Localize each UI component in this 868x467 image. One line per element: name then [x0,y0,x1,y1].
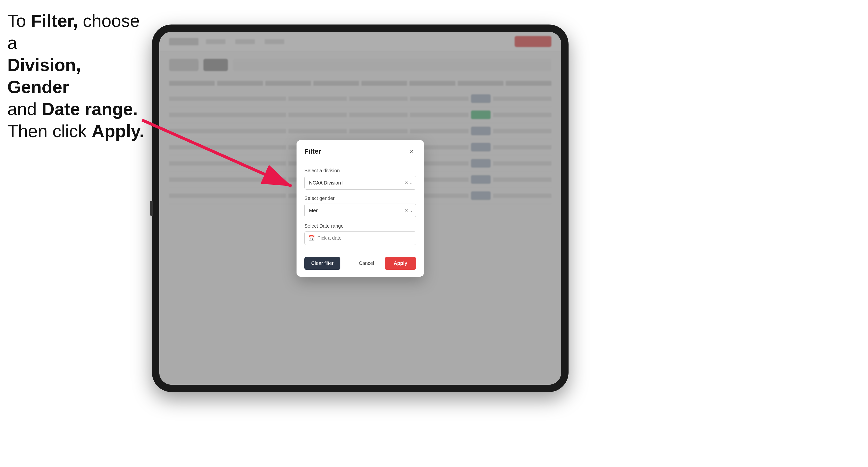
cancel-button[interactable]: Cancel [352,257,381,270]
gender-select-wrapper: Men Women × ⌄ [304,204,416,217]
division-select-icons: × ⌄ [405,180,413,185]
instruction-line3: and Date range. [7,99,138,119]
modal-header: Filter × [297,140,424,161]
modal-body: Select a division NCAA Division I NCAA D… [297,161,424,252]
gender-select-icons: × ⌄ [405,208,413,213]
gender-form-group: Select gender Men Women × ⌄ [304,195,416,217]
calendar-icon: 📅 [308,235,315,241]
tablet-screen: Filter × Select a division NCAA Division… [159,32,561,385]
instruction-bold-division-gender: Division, Gender [7,55,81,97]
date-label: Select Date range [304,223,416,229]
filter-modal: Filter × Select a division NCAA Division… [297,140,424,277]
division-label: Select a division [304,168,416,174]
gender-arrow-icon: ⌄ [409,208,413,213]
instruction-line1: To Filter, choose a [7,11,140,53]
modal-close-button[interactable]: × [407,147,416,156]
date-form-group: Select Date range 📅 [304,223,416,245]
modal-footer: Clear filter Cancel Apply [297,252,424,277]
instruction-line4: Then click Apply. [7,121,144,141]
division-arrow-icon: ⌄ [409,181,413,185]
tablet-device: Filter × Select a division NCAA Division… [152,25,568,392]
gender-select[interactable]: Men Women [304,204,416,217]
tablet-side-button [150,201,153,216]
date-range-input[interactable] [304,231,416,245]
division-clear-icon[interactable]: × [405,180,408,185]
apply-button[interactable]: Apply [385,257,416,270]
division-select-wrapper: NCAA Division I NCAA Division II NCAA Di… [304,176,416,190]
division-select[interactable]: NCAA Division I NCAA Division II NCAA Di… [304,176,416,190]
clear-filter-button[interactable]: Clear filter [304,257,340,270]
modal-title: Filter [304,148,321,155]
modal-footer-right: Cancel Apply [352,257,416,270]
date-input-wrapper: 📅 [304,231,416,245]
gender-label: Select gender [304,195,416,201]
gender-clear-icon[interactable]: × [405,208,408,213]
instruction-text: To Filter, choose a Division, Gender and… [7,10,145,142]
modal-overlay: Filter × Select a division NCAA Division… [159,32,561,385]
division-form-group: Select a division NCAA Division I NCAA D… [304,168,416,190]
